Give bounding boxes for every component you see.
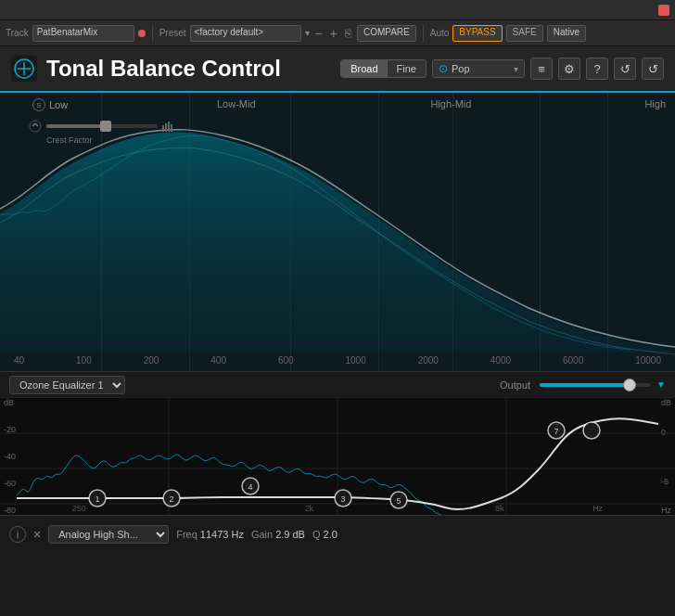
freq-value: 11473 Hz bbox=[200, 529, 244, 540]
freq-2k: 2k bbox=[305, 504, 314, 513]
plugin-header: Tonal Balance Control Broad Fine ⊙ Pop ▾… bbox=[0, 46, 675, 93]
crest-slider[interactable] bbox=[46, 124, 158, 128]
freq-400: 400 bbox=[210, 355, 226, 366]
svg-line-4 bbox=[32, 123, 35, 126]
eq-toolbar: Ozone Equalizer 1 Output ▼ bbox=[0, 372, 675, 398]
redo-btn[interactable]: ↻ bbox=[642, 58, 664, 80]
target-icon: ⊙ bbox=[439, 62, 448, 75]
main-chart: S Low Low-Mid High-Mid High bbox=[0, 93, 675, 371]
crest-bars-icon bbox=[161, 120, 174, 133]
safe-btn[interactable]: SAFE bbox=[506, 25, 543, 42]
svg-line-5 bbox=[35, 123, 38, 126]
q-value: 2.0 bbox=[324, 529, 338, 540]
freq-2000: 2000 bbox=[418, 355, 439, 366]
menu-icon: ≡ bbox=[538, 62, 545, 76]
gain-value: 2.9 dB bbox=[275, 529, 305, 540]
preset-arrow[interactable]: ▾ bbox=[305, 28, 310, 38]
freq-100: 100 bbox=[76, 355, 92, 366]
close-button[interactable] bbox=[658, 5, 669, 16]
svg-point-3 bbox=[30, 121, 41, 132]
q-field: Q 2.0 bbox=[312, 529, 338, 540]
filter-type-select[interactable]: Analog High Sh... bbox=[48, 525, 169, 544]
output-slider-thumb[interactable] bbox=[623, 379, 636, 391]
freq-8k: 8k bbox=[495, 504, 504, 513]
preset-section: Preset bbox=[159, 28, 186, 38]
freq-10000: 10000 bbox=[635, 355, 661, 366]
fine-btn[interactable]: Fine bbox=[388, 60, 426, 77]
svg-text:4: 4 bbox=[248, 482, 252, 492]
plugin-title: Tonal Balance Control bbox=[46, 56, 331, 82]
svg-rect-7 bbox=[165, 123, 167, 132]
eq-node-7b bbox=[583, 422, 600, 439]
view-toggle: Broad Fine bbox=[340, 59, 427, 78]
broad-btn[interactable]: Broad bbox=[341, 60, 387, 77]
lowmid-label: Low-Mid bbox=[129, 98, 344, 109]
bypass-btn[interactable]: BYPASS bbox=[452, 25, 502, 42]
output-slider-fill bbox=[540, 383, 628, 387]
target-selector[interactable]: ⊙ Pop ▾ bbox=[432, 59, 525, 78]
auto-label: Auto bbox=[430, 28, 450, 38]
output-label: Output bbox=[500, 379, 530, 391]
settings-btn[interactable]: ⚙ bbox=[558, 58, 580, 80]
gear-icon: ⚙ bbox=[564, 62, 575, 76]
close-eq-btn[interactable]: × bbox=[33, 527, 41, 542]
plugin-icon bbox=[11, 56, 37, 82]
native-btn[interactable]: Native bbox=[547, 25, 586, 42]
divider1 bbox=[152, 25, 153, 42]
freq-4000: 4000 bbox=[490, 355, 511, 366]
track-label: Track bbox=[6, 28, 29, 38]
gain-field: Gain 2.9 dB bbox=[251, 529, 305, 540]
freq-field: Freq 11473 Hz bbox=[176, 529, 244, 540]
svg-text:7: 7 bbox=[554, 427, 558, 436]
hz-marker: Hz bbox=[592, 504, 603, 513]
track-section: Track bbox=[6, 28, 29, 38]
freq-6000: 6000 bbox=[563, 355, 583, 366]
svg-rect-6 bbox=[162, 125, 164, 132]
preset-input[interactable]: <factory default> bbox=[190, 25, 301, 42]
freq-200: 200 bbox=[144, 355, 159, 366]
undo-icon: ↺ bbox=[620, 62, 630, 76]
svg-rect-9 bbox=[171, 124, 172, 132]
track-indicator bbox=[138, 30, 146, 37]
title-bar bbox=[0, 0, 675, 20]
freq-labels: 40 100 200 400 600 1000 2000 4000 6000 1… bbox=[0, 355, 675, 366]
eq-freq-markers: 250 2k 8k Hz bbox=[0, 504, 675, 513]
output-slider[interactable]: ▼ bbox=[540, 379, 666, 390]
freq-1000: 1000 bbox=[345, 355, 365, 366]
crest-label: Crest Factor bbox=[46, 135, 174, 145]
svg-rect-8 bbox=[168, 122, 170, 132]
undo-btn[interactable]: ↺ bbox=[614, 58, 636, 80]
status-bar: i × Analog High Sh... Freq 11473 Hz Gain… bbox=[0, 515, 675, 552]
svg-text:1: 1 bbox=[95, 494, 99, 504]
top-toolbar: Track PatBenatarMix Preset <factory defa… bbox=[0, 20, 675, 46]
band-labels: Low-Mid High-Mid High bbox=[0, 98, 675, 109]
freq-600: 600 bbox=[278, 355, 294, 366]
preset-label: Preset bbox=[159, 28, 186, 38]
high-label: High bbox=[558, 98, 675, 109]
minus-btn[interactable]: − bbox=[313, 26, 325, 41]
redo-icon: ↻ bbox=[648, 62, 658, 76]
svg-text:3: 3 bbox=[340, 494, 345, 504]
output-slider-track[interactable] bbox=[540, 383, 651, 387]
help-icon: ? bbox=[593, 62, 600, 76]
chevron-down-icon: ▾ bbox=[514, 64, 518, 74]
help-btn[interactable]: ? bbox=[586, 58, 608, 80]
compare-btn[interactable]: COMPARE bbox=[357, 25, 416, 42]
divider2 bbox=[423, 25, 424, 42]
eq-section: Ozone Equalizer 1 Output ▼ dB -20 -40 -6… bbox=[0, 371, 675, 552]
copy-btn[interactable]: ⎘ bbox=[343, 27, 353, 40]
plus-btn[interactable]: + bbox=[328, 26, 339, 41]
crest-icon bbox=[28, 119, 43, 134]
eq-source-select[interactable]: Ozone Equalizer 1 bbox=[9, 376, 125, 394]
crest-factor-control: Crest Factor bbox=[28, 119, 174, 145]
target-name: Pop bbox=[452, 63, 510, 74]
track-input[interactable]: PatBenatarMix bbox=[32, 25, 134, 42]
info-icon[interactable]: i bbox=[9, 526, 26, 543]
freq-40: 40 bbox=[14, 355, 24, 366]
highmid-label: High-Mid bbox=[344, 98, 559, 109]
output-dropdown-icon[interactable]: ▼ bbox=[656, 379, 666, 390]
freq-250: 250 bbox=[72, 504, 86, 513]
menu-btn[interactable]: ≡ bbox=[530, 58, 553, 80]
header-controls: Broad Fine ⊙ Pop ▾ ≡ ⚙ ? ↺ ↻ bbox=[340, 58, 664, 80]
svg-text:2: 2 bbox=[169, 494, 173, 504]
